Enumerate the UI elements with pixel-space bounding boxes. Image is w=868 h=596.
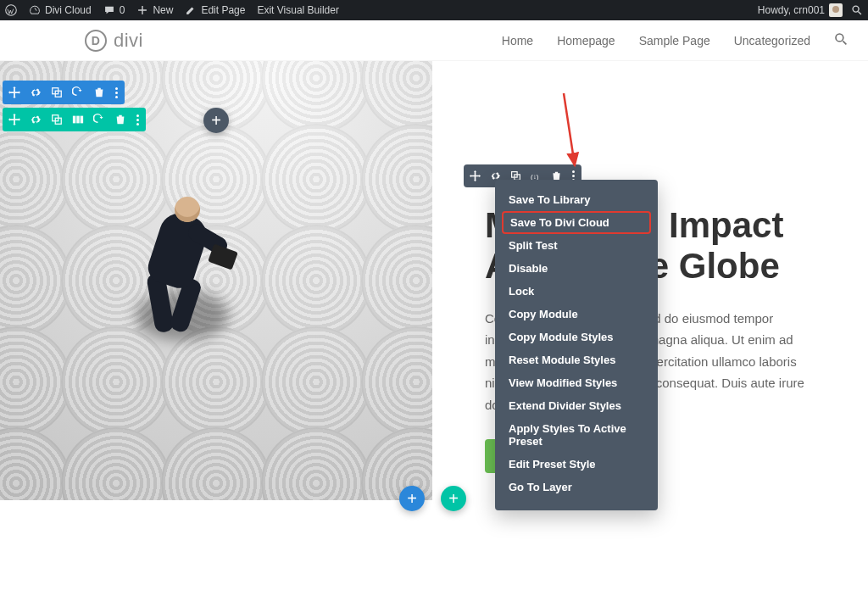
add-section-button[interactable]: + (399, 486, 425, 511)
ctx-item-reset-module-styles[interactable]: Reset Module Styles (495, 348, 658, 371)
new-link[interactable]: New (136, 4, 173, 16)
comments-link[interactable]: 0 (103, 4, 125, 16)
save-icon[interactable] (92, 113, 106, 126)
ctx-item-go-to-layer[interactable]: Go To Layer (495, 476, 658, 499)
site-name-link[interactable]: Divi Cloud (29, 4, 92, 16)
ctx-item-copy-module-styles[interactable]: Copy Module Styles (495, 326, 658, 348)
move-icon[interactable] (8, 86, 21, 99)
ctx-item-edit-preset-style[interactable]: Edit Preset Style (495, 453, 658, 476)
gear-icon[interactable] (29, 86, 42, 99)
svg-point-1 (853, 6, 859, 12)
row-toolbar[interactable] (3, 108, 146, 131)
ctx-item-lock[interactable]: Lock (495, 280, 658, 303)
search-icon (851, 4, 863, 16)
ctx-item-copy-module[interactable]: Copy Module (495, 303, 658, 326)
site-logo[interactable]: D divi (85, 30, 143, 52)
section-toolbar[interactable] (3, 81, 125, 104)
gear-icon[interactable] (29, 113, 42, 126)
move-icon[interactable] (8, 113, 21, 126)
ctx-item-apply-styles-to-active-preset[interactable]: Apply Styles To Active Preset (495, 417, 658, 453)
svg-rect-8 (76, 116, 80, 124)
svg-rect-9 (81, 116, 84, 124)
plus-icon (136, 4, 148, 16)
new-text: New (153, 4, 173, 16)
pencil-icon (185, 4, 197, 16)
ctx-item-disable[interactable]: Disable (495, 257, 658, 280)
site-name-text: Divi Cloud (45, 4, 92, 16)
edit-page-link[interactable]: Edit Page (185, 4, 245, 16)
ctx-item-extend-divider-styles[interactable]: Extend Divider Styles (495, 394, 658, 417)
svg-point-0 (6, 5, 17, 16)
site-header: D divi Home Homepage Sample Page Uncateg… (0, 20, 868, 61)
logo-text: divi (114, 30, 143, 52)
svg-point-2 (836, 34, 843, 42)
howdy-text: Howdy, crn001 (758, 4, 825, 16)
divi-logo-icon: D (85, 30, 107, 52)
wp-search[interactable] (851, 4, 863, 16)
exit-visual-builder-link[interactable]: Exit Visual Builder (257, 4, 339, 16)
duplicate-icon[interactable] (50, 113, 64, 126)
comments-count: 0 (120, 4, 125, 16)
trash-icon[interactable] (114, 113, 127, 126)
wp-logo[interactable] (5, 4, 17, 16)
add-row-button[interactable]: + (441, 486, 466, 511)
nav-home[interactable]: Home (502, 34, 533, 47)
avatar (829, 3, 843, 17)
ctx-item-split-test[interactable]: Split Test (495, 234, 658, 257)
nav-search-button[interactable] (834, 32, 848, 48)
svg-rect-7 (73, 116, 76, 124)
nav-uncategorized[interactable]: Uncategorized (734, 34, 810, 47)
move-icon[interactable] (469, 170, 481, 182)
duplicate-icon[interactable] (50, 86, 64, 99)
exit-vb-text: Exit Visual Builder (257, 4, 339, 16)
ctx-item-save-to-divi-cloud[interactable]: Save To Divi Cloud (502, 211, 651, 234)
trash-icon[interactable] (92, 86, 106, 99)
wp-admin-bar: Divi Cloud 0 New Edit Page Exit Visual B… (0, 0, 868, 20)
nav-sample[interactable]: Sample Page (639, 34, 710, 47)
comment-icon (103, 4, 115, 16)
walking-man-illustration (127, 197, 229, 341)
add-module-button[interactable]: + (203, 108, 229, 133)
kebab-icon[interactable] (114, 87, 120, 98)
columns-icon[interactable] (71, 113, 85, 126)
primary-nav: Home Homepage Sample Page Uncategorized (502, 32, 848, 48)
builder-canvas: Making an Impact Across the Globe Consec… (0, 61, 868, 596)
gauge-icon (29, 4, 41, 16)
module-context-menu: Save To LibrarySave To Divi CloudSplit T… (495, 180, 658, 510)
edit-page-text: Edit Page (201, 4, 245, 16)
ctx-item-view-modified-styles[interactable]: View Modified Styles (495, 371, 658, 394)
howdy-link[interactable]: Howdy, crn001 (758, 3, 843, 17)
wordpress-icon (5, 4, 17, 16)
kebab-icon[interactable] (135, 114, 141, 125)
ctx-item-save-to-library[interactable]: Save To Library (495, 188, 658, 211)
save-icon[interactable] (71, 86, 85, 99)
nav-homepage[interactable]: Homepage (557, 34, 615, 47)
